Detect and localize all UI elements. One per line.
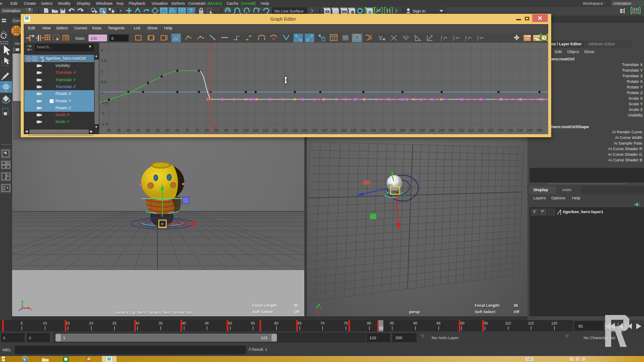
svg-text:90: 90 — [224, 128, 229, 132]
svg-text:120: 120 — [282, 128, 288, 132]
svg-text:200: 200 — [439, 128, 445, 132]
svg-text:y: y — [21, 303, 22, 307]
svg-text:0: 0 — [101, 90, 103, 94]
svg-text:215: 215 — [468, 128, 474, 132]
svg-text:145: 145 — [331, 128, 337, 132]
svg-text:100: 100 — [243, 128, 249, 132]
svg-text:60: 60 — [165, 128, 170, 132]
svg-text:?: ? — [189, 7, 193, 14]
svg-text:115: 115 — [272, 128, 278, 132]
svg-text:125: 125 — [292, 128, 298, 132]
svg-text:No Live Surface: No Live Surface — [275, 9, 304, 13]
svg-text:130: 130 — [302, 128, 308, 132]
svg-text:-1: -1 — [101, 111, 104, 116]
svg-text:195: 195 — [429, 128, 435, 132]
svg-text:185: 185 — [409, 128, 415, 132]
svg-text:170: 170 — [380, 128, 386, 132]
svg-text:235: 235 — [507, 128, 513, 132]
svg-text:f: f — [465, 35, 467, 41]
svg-text:35: 35 — [117, 128, 121, 132]
svg-text:f: f — [441, 35, 443, 41]
svg-text:Sign In: Sign In — [413, 9, 426, 13]
svg-text:70: 70 — [185, 128, 189, 132]
svg-text:150: 150 — [341, 128, 347, 132]
svg-text:0: 0 — [111, 36, 114, 41]
svg-text:IPR: IPR — [342, 10, 347, 13]
svg-text:Stats: Stats — [75, 36, 85, 41]
svg-text:z: z — [310, 304, 312, 308]
svg-text:205: 205 — [448, 128, 455, 132]
svg-text:210: 210 — [458, 128, 464, 132]
svg-text:160: 160 — [360, 128, 366, 132]
svg-text:2: 2 — [101, 48, 103, 52]
svg-text:Y: Y — [319, 306, 322, 310]
svg-text:180: 180 — [399, 128, 405, 132]
svg-text:45: 45 — [136, 128, 140, 132]
svg-text:f: f — [477, 35, 479, 41]
svg-text:x: x — [30, 307, 32, 311]
svg-text:30: 30 — [107, 128, 111, 132]
svg-text:250: 250 — [537, 128, 543, 132]
svg-text:x: x — [318, 312, 319, 316]
svg-text:55: 55 — [156, 128, 160, 132]
svg-text:82: 82 — [212, 124, 217, 128]
svg-text:-1.5: -1.5 — [101, 122, 108, 126]
svg-text:230: 230 — [497, 128, 503, 132]
svg-text:190: 190 — [419, 128, 425, 132]
svg-text:155: 155 — [350, 128, 357, 132]
svg-text:85: 85 — [215, 128, 219, 132]
svg-text:165: 165 — [370, 128, 376, 132]
svg-text:e: e — [24, 357, 26, 362]
svg-text:110: 110 — [262, 128, 268, 132]
svg-text:225: 225 — [488, 128, 494, 132]
svg-text:135: 135 — [311, 128, 317, 132]
svg-text:140: 140 — [321, 128, 327, 132]
svg-text:f: f — [453, 35, 455, 41]
svg-text:175: 175 — [390, 128, 396, 132]
svg-text:230: 230 — [91, 36, 97, 41]
svg-text:65: 65 — [175, 128, 180, 132]
svg-text:40: 40 — [126, 128, 131, 132]
svg-text:245: 245 — [527, 128, 533, 132]
svg-text:95: 95 — [234, 128, 238, 132]
svg-text:1: 1 — [101, 69, 103, 73]
svg-text:105: 105 — [253, 128, 259, 132]
svg-text:220: 220 — [478, 128, 484, 132]
svg-text:M: M — [107, 357, 111, 362]
svg-text:80: 80 — [205, 128, 209, 132]
svg-text:50: 50 — [146, 128, 150, 132]
svg-text:z: z — [18, 308, 20, 312]
svg-text:240: 240 — [517, 128, 523, 132]
svg-text:0.5: 0.5 — [101, 80, 107, 84]
svg-text:1.5: 1.5 — [101, 59, 107, 63]
svg-text:75: 75 — [195, 128, 199, 132]
